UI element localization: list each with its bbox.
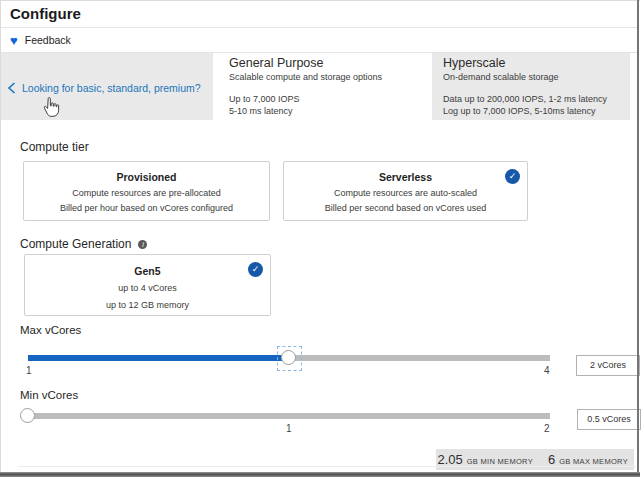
min-vcores-max-tick: 2: [544, 423, 550, 434]
card-line: Compute resources are auto-scaled: [284, 188, 527, 198]
tier-card-name: General Purpose: [229, 56, 324, 70]
max-vcores-label: Max vCores: [20, 324, 81, 336]
frame-border-bottom: [0, 472, 640, 477]
slider-track[interactable]: [28, 413, 550, 419]
min-vcores-mid-tick: 1: [286, 423, 292, 434]
min-memory-value: 2.05: [437, 452, 462, 467]
max-memory-unit: GB MAX MEMORY: [559, 457, 628, 466]
min-memory-summary: 2.05 GB MIN MEMORY: [437, 452, 533, 467]
tier-card-hyperscale[interactable]: Hyperscale On-demand scalable storage Da…: [432, 53, 630, 120]
title-divider: [1, 27, 637, 28]
max-vcores-min-tick: 1: [26, 365, 32, 376]
compute-generation-text: Compute Generation: [20, 237, 131, 251]
feedback-button[interactable]: Feedback: [10, 30, 71, 50]
max-vcores-value-input[interactable]: 2 vCores: [576, 355, 640, 376]
card-line: Billed per hour based on vCores configur…: [24, 203, 269, 213]
card-line: Billed per second based on vCores used: [284, 203, 527, 213]
tier-card-name: Hyperscale: [443, 56, 506, 70]
frame-border-top: [0, 0, 640, 1]
compute-generation-label: Compute Generation: [20, 237, 147, 251]
compute-tier-label: Compute tier: [20, 140, 89, 154]
hand-cursor-icon: [43, 97, 60, 119]
frame-border-left: [0, 0, 1, 473]
compute-tier-card-serverless[interactable]: Serverless Compute resources are auto-sc…: [283, 161, 528, 221]
min-vcores-value-input[interactable]: 0.5 vCores: [577, 409, 641, 430]
tier-card-spec: Log up to 7,000 IOPS, 5-10ms latency: [443, 106, 596, 116]
basic-standard-premium-link[interactable]: Looking for basic, standard, premium?: [22, 82, 201, 94]
frame-border-right: [637, 0, 639, 473]
tier-card-desc: Scalable compute and storage options: [229, 72, 382, 82]
chevron-left-icon: [7, 82, 16, 94]
max-vcores-slider-thumb[interactable]: [281, 350, 296, 365]
tier-card-spec: Up to 7,000 IOPS: [229, 94, 300, 104]
tier-card-spec: 5-10 ms latency: [229, 106, 293, 116]
card-line: up to 4 vCores: [25, 283, 270, 293]
card-line: up to 12 GB memory: [25, 300, 270, 310]
tier-card-desc: On-demand scalable storage: [443, 72, 559, 82]
compute-generation-card-gen5[interactable]: Gen5 up to 4 vCores up to 12 GB memory: [24, 254, 271, 316]
max-memory-value: 6: [548, 452, 555, 467]
card-title: Provisioned: [24, 171, 269, 183]
max-vcores-max-tick: 4: [544, 365, 550, 376]
tier-card-general-purpose[interactable]: General Purpose Scalable compute and sto…: [218, 53, 430, 120]
min-memory-unit: GB MIN MEMORY: [467, 457, 533, 466]
tier-card-spec: Data up to 200,000 IOPS, 1-2 ms latency: [443, 94, 607, 104]
page-title: Configure: [10, 5, 81, 22]
configure-blade: Configure Feedback Looking for basic, st…: [0, 0, 642, 482]
heart-icon: [10, 34, 18, 47]
card-title: Serverless: [284, 171, 527, 183]
back-to-basic-tiers-card[interactable]: Looking for basic, standard, premium?: [1, 53, 213, 120]
max-memory-summary: 6 GB MAX MEMORY: [548, 452, 628, 467]
min-vcores-label: Min vCores: [20, 389, 78, 401]
slider-fill: [28, 355, 289, 361]
min-vcores-slider-thumb[interactable]: [20, 408, 35, 423]
max-vcores-slider[interactable]: [28, 349, 550, 369]
card-line: Compute resources are pre-allocated: [24, 188, 269, 198]
info-icon[interactable]: [138, 240, 147, 249]
footer-divider: [18, 466, 636, 467]
card-title: Gen5: [25, 265, 270, 277]
feedback-label: Feedback: [25, 34, 71, 46]
compute-tier-card-provisioned[interactable]: Provisioned Compute resources are pre-al…: [23, 161, 270, 221]
